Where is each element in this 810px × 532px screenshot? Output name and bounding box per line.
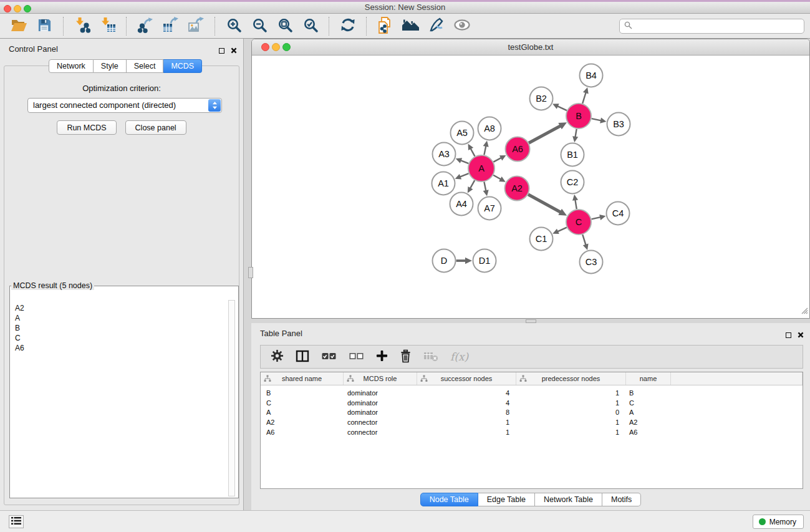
graph-edge-B-B2[interactable]	[552, 104, 567, 110]
graph-node-A5[interactable]: A5	[451, 122, 474, 145]
mcds-result-item[interactable]: B	[15, 323, 228, 333]
minimize-window-button[interactable]	[14, 5, 21, 12]
columns-button[interactable]	[296, 348, 309, 365]
mcds-result-item[interactable]: A2	[15, 303, 228, 313]
column-header-MCDS-role[interactable]: MCDS role	[344, 372, 417, 385]
graph-node-A7[interactable]: A7	[478, 197, 501, 220]
select-all-button[interactable]	[321, 348, 337, 365]
table-row[interactable]: A6connector11A6	[261, 427, 803, 437]
graph-edge-A-A1[interactable]	[455, 173, 469, 179]
table-cell[interactable]: C	[626, 399, 671, 407]
criterion-dropdown[interactable]: largest connected component (directed)	[27, 98, 222, 113]
scrollbar[interactable]	[228, 300, 235, 496]
graph-edge-A-A8[interactable]	[483, 141, 489, 155]
graph-node-C3[interactable]: C3	[580, 251, 603, 274]
graph-edge-A2-C[interactable]	[528, 195, 567, 216]
table-cell[interactable]: 1	[516, 389, 626, 397]
table-cell[interactable]: C	[261, 399, 344, 407]
add-button[interactable]	[376, 348, 388, 365]
table-cell[interactable]: 1	[516, 418, 626, 426]
show-graphics-button[interactable]	[449, 16, 475, 37]
graph-node-B[interactable]: B	[566, 104, 591, 128]
graph-edge-A-A7[interactable]	[483, 182, 489, 196]
graph-edge-D-D1[interactable]	[456, 258, 473, 264]
table-cell[interactable]: connector	[344, 428, 417, 436]
graph-edge-C-C4[interactable]	[591, 215, 605, 220]
search-input[interactable]	[635, 21, 804, 31]
graph-node-D[interactable]: D	[433, 249, 456, 273]
import-network-button[interactable]	[69, 16, 95, 37]
graph-edge-A-A5[interactable]	[468, 144, 475, 157]
tab-motifs[interactable]: Motifs	[602, 493, 641, 506]
float-panel-icon[interactable]	[219, 48, 224, 54]
table-cell[interactable]: A6	[626, 428, 671, 436]
export-network-button[interactable]	[132, 16, 158, 37]
graph-edge-C-C3[interactable]	[582, 235, 588, 250]
table-cell[interactable]: 8	[417, 409, 516, 416]
graph-node-A8[interactable]: A8	[478, 117, 501, 140]
table-cell[interactable]: dominator	[344, 409, 417, 416]
table-cell[interactable]: dominator	[344, 389, 417, 397]
graph-edge-A6-B[interactable]	[529, 122, 567, 143]
zoom-out-button[interactable]	[246, 16, 272, 37]
table-row[interactable]: Bdominator41B	[261, 388, 803, 398]
table-cell[interactable]: A2	[261, 418, 344, 426]
column-header-name[interactable]: name	[626, 372, 671, 385]
tab-mcds[interactable]: MCDS	[163, 59, 202, 73]
graph-node-A1[interactable]: A1	[432, 172, 455, 195]
save-session-button[interactable]	[32, 16, 57, 37]
tab-select[interactable]: Select	[127, 59, 164, 73]
zoom-in-button[interactable]	[221, 16, 246, 37]
graph-node-B2[interactable]: B2	[530, 87, 553, 110]
task-history-button[interactable]	[9, 515, 24, 528]
split-pane-handle[interactable]	[248, 267, 253, 278]
table-cell[interactable]: A	[626, 409, 671, 416]
graph-edge-B-B3[interactable]	[592, 118, 607, 123]
network-canvas[interactable]: AA1A2A3A4A5A6A7A8BB1B2B3B4CC1C2C3C4DD1	[252, 56, 809, 318]
graph-node-B4[interactable]: B4	[580, 64, 603, 87]
close-panel-icon[interactable]	[231, 45, 237, 56]
table-row[interactable]: Cdominator41C	[261, 398, 803, 408]
graph-node-A3[interactable]: A3	[433, 143, 456, 166]
run-mcds-button[interactable]: Run MCDS	[57, 120, 116, 135]
graph-node-A6[interactable]: A6	[506, 137, 530, 162]
table-cell[interactable]: 4	[417, 389, 516, 397]
home-button[interactable]	[398, 16, 423, 37]
maximize-window-button[interactable]	[24, 5, 31, 12]
tab-network-table[interactable]: Network Table	[535, 493, 602, 506]
search-box[interactable]	[619, 19, 804, 34]
graph-node-A2[interactable]: A2	[505, 177, 529, 201]
table-cell[interactable]: 4	[417, 399, 516, 407]
zoom-selected-button[interactable]	[297, 16, 323, 37]
close-network-button[interactable]	[261, 43, 269, 51]
graph-node-C1[interactable]: C1	[530, 228, 553, 251]
tab-node-table[interactable]: Node Table	[420, 493, 478, 506]
tab-edge-table[interactable]: Edge Table	[478, 493, 535, 506]
table-cell[interactable]: connector	[344, 418, 417, 426]
export-table-button[interactable]	[158, 16, 183, 37]
open-session-button[interactable]	[6, 16, 32, 37]
delete-table-button[interactable]	[423, 348, 438, 365]
zoom-fit-button[interactable]	[272, 16, 297, 37]
table-cell[interactable]: A2	[626, 418, 671, 426]
table-cell[interactable]: B	[626, 389, 671, 397]
tab-style[interactable]: Style	[94, 59, 127, 73]
graph-node-C[interactable]: C	[566, 210, 591, 235]
split-pane-handle[interactable]	[526, 319, 536, 323]
table-cell[interactable]: 1	[417, 418, 516, 426]
minimize-network-button[interactable]	[272, 43, 280, 51]
table-cell[interactable]: A6	[261, 428, 344, 436]
deselect-all-button[interactable]	[349, 348, 364, 365]
table-cell[interactable]: 1	[516, 428, 626, 436]
delete-button[interactable]	[400, 348, 412, 365]
column-header-successor-nodes[interactable]: successor nodes	[417, 372, 516, 385]
graph-node-D1[interactable]: D1	[473, 249, 496, 273]
apply-style-button[interactable]	[423, 16, 449, 37]
column-header-predecessor-nodes[interactable]: predecessor nodes	[516, 372, 626, 385]
close-panel-button[interactable]: Close panel	[125, 120, 186, 135]
table-row[interactable]: Adominator80A	[261, 407, 803, 417]
maximize-network-button[interactable]	[282, 43, 291, 51]
refresh-view-button[interactable]	[335, 16, 360, 37]
table-cell[interactable]: dominator	[344, 399, 417, 407]
mcds-result-item[interactable]: A	[15, 313, 228, 323]
